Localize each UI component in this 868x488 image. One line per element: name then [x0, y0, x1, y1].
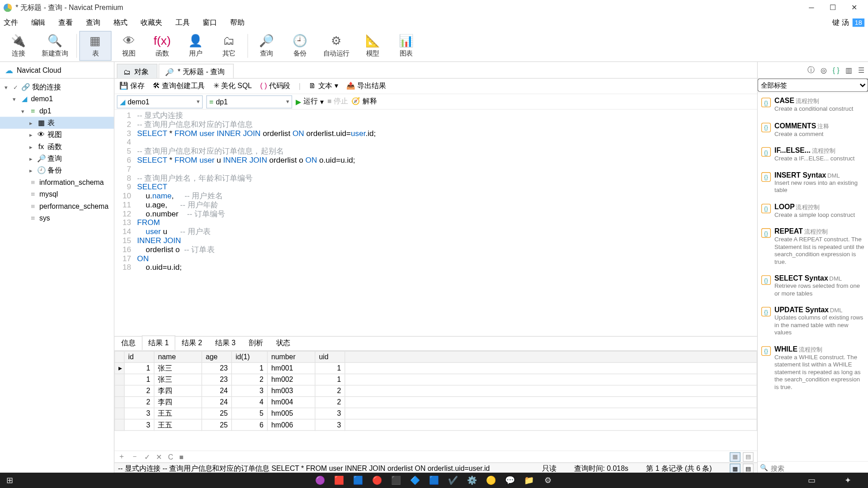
info-icon[interactable]: ⓘ [807, 65, 815, 75]
maximize-button[interactable]: ☐ [829, 4, 837, 12]
start-button[interactable]: ⊞ [3, 474, 16, 487]
toolbar-备份[interactable]: 🕘备份 [284, 31, 316, 61]
tree-视图[interactable]: ▸👁视图 [0, 129, 114, 141]
taskbar-vscode[interactable]: 🔷 [408, 474, 422, 487]
toolbar-自动运行[interactable]: ⚙自动运行 [317, 31, 355, 61]
col-uid[interactable]: uid [315, 351, 345, 362]
toolbar-函数[interactable]: f(x)函数 [146, 31, 178, 61]
col-id[interactable]: id [124, 351, 154, 362]
taskbar-chrome[interactable]: 🔴 [370, 474, 384, 487]
toolbar-图表[interactable]: 📊图表 [390, 31, 422, 61]
toolbar-连接[interactable]: 🔌连接 [2, 31, 34, 61]
result-tab-结果 3[interactable]: 结果 3 [209, 335, 242, 350]
explain-button[interactable]: 🧭 解释 [351, 97, 377, 107]
connection-select[interactable]: ◢demo1▾ [117, 95, 203, 108]
grid-remove-button[interactable]: － [131, 452, 138, 462]
toolbar-查询[interactable]: 🔎查询 [250, 31, 283, 61]
toolbar-用户[interactable]: 👤用户 [179, 31, 212, 61]
notif-badge[interactable]: 18 [852, 19, 864, 27]
snippet-INSERT Syntax[interactable]: {}INSERT SyntaxDMLInsert new rows into a… [758, 167, 868, 199]
menu-格式[interactable]: 格式 [113, 18, 128, 28]
taskbar-terminal[interactable]: ⬛ [389, 474, 403, 487]
menu-窗口[interactable]: 窗口 [203, 18, 217, 28]
grid-confirm-button[interactable]: ✓ [144, 453, 150, 461]
menu-编辑[interactable]: 编辑 [31, 18, 46, 28]
toolbar-新建查询[interactable]: 🔍新建查询 [36, 31, 74, 61]
tree-备份[interactable]: ▸🕘备份 [0, 164, 114, 176]
menu-查看[interactable]: 查看 [58, 18, 73, 28]
taskbar-todo[interactable]: ✔️ [446, 474, 460, 487]
run-button[interactable]: ▶ 运行 ▾ [296, 97, 324, 107]
menu-查询[interactable]: 查询 [86, 18, 100, 28]
tree-performance_schema[interactable]: ≡performance_schema [0, 200, 114, 212]
table-row[interactable]: 3王五256hm0063 [115, 419, 757, 431]
database-select[interactable]: ≡dp1▾ [206, 95, 292, 108]
tree-mysql[interactable]: ≡mysql [0, 188, 114, 200]
col-id(1)[interactable]: id(1) [231, 351, 267, 362]
query-builder-button[interactable]: 🛠 查询创建工具 [153, 81, 205, 91]
tab-* 无标题 - 查询[interactable]: 🔎* 无标题 - 查询 [159, 64, 234, 78]
snippet-SELECT Syntax[interactable]: {}SELECT SyntaxDMLRetrieve rows selected… [758, 271, 868, 302]
result-grid[interactable]: idnameageid(1)numberuid▸1张三231hm00111张三2… [114, 350, 757, 474]
snippet-filter-select[interactable]: 全部标签 [758, 79, 868, 92]
menu-收藏夹[interactable]: 收藏夹 [141, 18, 162, 28]
minimize-button[interactable]: ─ [807, 4, 816, 12]
snippet-search-input[interactable] [771, 465, 866, 472]
view-mode-grid[interactable]: ▦ [730, 464, 741, 473]
navicat-cloud-tab[interactable]: ☁ Navicat Cloud [0, 62, 114, 79]
taskbar-visio[interactable]: 🟦 [427, 474, 441, 487]
snippet-REPEAT[interactable]: {}REPEAT流程控制Create A REPEAT construct. T… [758, 224, 868, 271]
result-tab-状态[interactable]: 状态 [269, 335, 297, 350]
taskbar-steam[interactable]: ⚙️ [465, 474, 479, 487]
taskbar-wechat[interactable]: 💬 [503, 474, 517, 487]
grid-add-button[interactable]: ＋ [118, 452, 125, 462]
result-tab-结果 1[interactable]: 结果 1 [142, 335, 175, 350]
text-export-button[interactable]: 🗎 文本 ▾ [309, 81, 338, 91]
toolbar-视图[interactable]: 👁视图 [113, 31, 145, 61]
menu-帮助[interactable]: 帮助 [230, 18, 245, 28]
table-row[interactable]: 1张三232hm0021 [115, 374, 757, 385]
tree-表[interactable]: ▸▦表 [0, 117, 114, 128]
snippet-UPDATE Syntax[interactable]: {}UPDATE SyntaxDMLUpdates columns of exi… [758, 302, 868, 341]
col-age[interactable]: age [202, 351, 231, 362]
export-results-button[interactable]: 📤 导出结果 [346, 81, 386, 91]
result-tab-剖析[interactable]: 剖析 [242, 335, 269, 350]
snippet-CASE[interactable]: {}CASE流程控制Create a conditional construct [758, 93, 868, 118]
menu-文件[interactable]: 文件 [4, 18, 18, 28]
taskbar-app1[interactable]: 🟥 [332, 474, 346, 487]
tree-sys[interactable]: ≡sys [0, 212, 114, 224]
tree-demo1[interactable]: ▾◢demo1 [0, 93, 114, 105]
table-row[interactable]: 2李四243hm0032 [115, 385, 757, 397]
code-brackets-icon[interactable]: { } [833, 66, 840, 74]
toolbar-其它[interactable]: 🗂其它 [213, 31, 245, 61]
menu-工具[interactable]: 工具 [175, 18, 190, 28]
grid-view-form[interactable]: ▤ [743, 452, 754, 461]
toolbar-表[interactable]: ▦表 [79, 31, 111, 61]
tree-我的连接[interactable]: ▾✓🔗我的连接 [0, 81, 114, 93]
col-name[interactable]: name [154, 351, 202, 362]
toolbar-模型[interactable]: 📐模型 [357, 31, 389, 61]
tree-dp1[interactable]: ▾≡dp1 [0, 105, 114, 117]
table-row[interactable]: 2李四244hm0042 [115, 397, 757, 408]
table-row[interactable]: 3王五255hm0053 [115, 408, 757, 419]
col-number[interactable]: number [267, 351, 315, 362]
tree-函数[interactable]: ▸fx函数 [0, 141, 114, 152]
taskbar-explorer[interactable]: 📁 [522, 474, 536, 487]
grid-view-grid[interactable]: ▦ [730, 452, 741, 461]
snippet-WHILE[interactable]: {}WHILE流程控制Create a WHILE construct. The… [758, 341, 868, 396]
taskbar-app2[interactable]: 🟦 [351, 474, 365, 487]
tree-information_schema[interactable]: ≡information_schema [0, 176, 114, 188]
snippet-COMMENTS[interactable]: {}COMMENTS注释Create a comment [758, 117, 868, 142]
snippet-IF...ELSE...[interactable]: {}IF...ELSE...流程控制Create a IF...ELSE... … [758, 142, 868, 167]
preview-icon[interactable]: ◎ [821, 66, 826, 74]
taskbar-settings[interactable]: ⚙ [541, 474, 555, 487]
taskbar-copilot[interactable]: ✦ [841, 474, 854, 487]
result-tab-结果 2[interactable]: 结果 2 [175, 335, 209, 350]
beautify-sql-button[interactable]: ✳ 美化 SQL [213, 81, 252, 91]
grid-stop-button[interactable]: ■ [179, 453, 184, 461]
account-label[interactable]: 键 汤 [832, 18, 849, 28]
grid-cancel-button[interactable]: ✕ [156, 453, 162, 461]
save-button[interactable]: 💾 保存 [119, 81, 145, 91]
taskbar-eclipse[interactable]: 🟣 [313, 474, 327, 487]
snippet-LOOP[interactable]: {}LOOP流程控制Create a simple loop construct [758, 199, 868, 224]
